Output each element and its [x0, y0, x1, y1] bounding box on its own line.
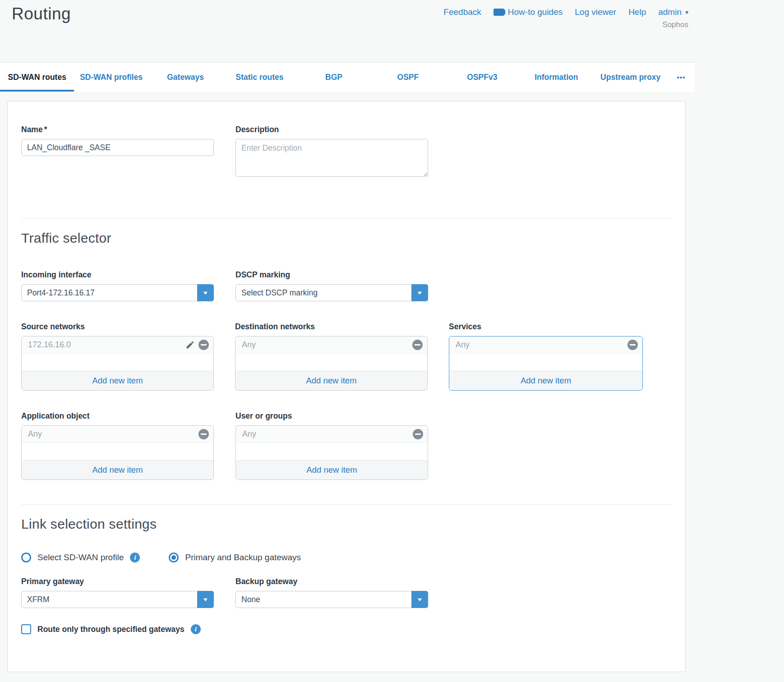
admin-menu[interactable]: admin ▾ — [658, 7, 688, 17]
incoming-interface-value: Port4-172.16.16.17 — [27, 288, 95, 298]
tab-ospfv3[interactable]: OSPFv3 — [445, 63, 519, 92]
admin-label: admin — [658, 7, 682, 17]
dropdown-button[interactable]: ▼ — [411, 284, 428, 301]
remove-item-icon[interactable] — [198, 340, 209, 350]
spacer — [0, 92, 695, 101]
tab-sdwan-profiles[interactable]: SD-WAN profiles — [74, 63, 148, 92]
spacer — [22, 354, 213, 371]
page-header: Routing Feedback How-to guides Log viewe… — [0, 0, 695, 62]
info-icon[interactable]: i — [191, 624, 201, 634]
gateways-row: Primary gateway XFRM ▼ Backup gateway No… — [21, 577, 672, 608]
dscp-marking-select[interactable]: Select DSCP marking ▼ — [235, 284, 428, 301]
primary-gateway-group: Primary gateway XFRM ▼ — [21, 577, 214, 608]
item-actions — [412, 340, 423, 350]
chevron-down-icon: ▼ — [416, 597, 423, 602]
video-camera-icon — [493, 9, 504, 16]
item-actions — [413, 429, 423, 439]
name-input[interactable] — [21, 139, 214, 156]
howto-guides-label: How-to guides — [508, 7, 563, 17]
backup-gateway-select[interactable]: None ▼ — [235, 591, 428, 608]
add-new-item-button[interactable]: Add new item — [236, 460, 428, 479]
radio-sdwan-profile-label: Select SD-WAN profile — [37, 553, 124, 562]
dscp-marking-value: Select DSCP marking — [241, 288, 318, 298]
tab-ospf[interactable]: OSPF — [371, 63, 445, 92]
spacer — [22, 443, 213, 460]
description-textarea[interactable] — [235, 139, 428, 177]
item-actions — [627, 340, 638, 350]
dropdown-button[interactable]: ▼ — [197, 284, 214, 301]
list-item: Any — [449, 336, 642, 354]
dscp-marking-label: DSCP marking — [235, 270, 428, 280]
add-new-item-button[interactable]: Add new item — [449, 371, 642, 390]
spacer — [449, 354, 642, 371]
service-value: Any — [456, 340, 470, 350]
user-or-groups-group: User or groups Any Add new item — [235, 411, 428, 480]
app-window: Routing Feedback How-to guides Log viewe… — [0, 0, 695, 672]
chevron-down-icon: ▼ — [202, 597, 209, 602]
tab-information[interactable]: Information — [519, 63, 593, 92]
services-group: Services Any Add new item — [449, 322, 643, 391]
brand-text: Sophos — [443, 20, 688, 29]
backup-gateway-label: Backup gateway — [235, 577, 428, 586]
edit-pencil-icon[interactable] — [185, 340, 195, 350]
list-item: 172.16.16.0 — [22, 336, 213, 354]
sdwan-route-form-card: Name* Description Traffic selector Incom… — [7, 101, 686, 672]
source-networks-box: 172.16.16.0 Add new item — [21, 336, 214, 391]
feedback-link[interactable]: Feedback — [443, 7, 481, 17]
remove-item-icon[interactable] — [198, 429, 209, 439]
tab-upstream-proxy[interactable]: Upstream proxy — [594, 63, 668, 92]
backup-gateway-group: Backup gateway None ▼ — [235, 577, 428, 608]
more-tabs-button[interactable]: ••• — [668, 63, 695, 92]
info-icon[interactable]: i — [130, 553, 140, 562]
header-right: Feedback How-to guides Log viewer Help a… — [443, 5, 688, 62]
help-link[interactable]: Help — [628, 7, 646, 17]
destination-networks-box: Any Add new item — [235, 336, 428, 391]
section-divider — [21, 504, 672, 505]
description-field-group: Description — [235, 125, 428, 179]
route-only-checkbox[interactable] — [21, 624, 31, 634]
remove-item-icon[interactable] — [627, 340, 638, 350]
add-new-item-button[interactable]: Add new item — [235, 371, 427, 390]
radio-primary-backup-gateways[interactable] — [169, 553, 179, 562]
tab-bgp[interactable]: BGP — [297, 63, 371, 92]
remove-item-icon[interactable] — [413, 429, 423, 439]
application-object-value: Any — [28, 429, 42, 439]
tab-static-routes[interactable]: Static routes — [222, 63, 296, 92]
log-viewer-link[interactable]: Log viewer — [575, 7, 616, 17]
destination-networks-label: Destination networks — [235, 322, 428, 332]
backup-gateway-value: None — [241, 595, 260, 604]
application-users-row: Application object Any Add new item User… — [21, 411, 672, 480]
route-only-checkbox-label: Route only through specified gateways — [37, 625, 184, 634]
services-box: Any Add new item — [449, 336, 643, 391]
tab-sdwan-routes[interactable]: SD-WAN routes — [0, 63, 74, 92]
item-actions — [185, 340, 209, 350]
name-label: Name* — [21, 125, 214, 134]
tab-bar: SD-WAN routes SD-WAN profiles Gateways S… — [0, 62, 695, 92]
source-networks-label: Source networks — [21, 322, 214, 332]
application-object-group: Application object Any Add new item — [21, 411, 214, 480]
description-label: Description — [235, 125, 428, 134]
user-or-groups-value: Any — [242, 429, 256, 439]
destination-networks-group: Destination networks Any Add new item — [235, 322, 428, 391]
services-label: Services — [449, 322, 643, 332]
tab-gateways[interactable]: Gateways — [148, 63, 222, 92]
dropdown-button[interactable]: ▼ — [411, 591, 428, 608]
howto-guides-link[interactable]: How-to guides — [493, 7, 563, 17]
name-field-group: Name* — [21, 125, 214, 156]
destination-network-value: Any — [242, 340, 256, 350]
primary-gateway-select[interactable]: XFRM ▼ — [21, 591, 214, 608]
dropdown-button[interactable]: ▼ — [197, 591, 214, 608]
primary-gateway-value: XFRM — [27, 595, 50, 604]
list-item: Any — [236, 426, 428, 443]
incoming-interface-select[interactable]: Port4-172.16.16.17 ▼ — [21, 284, 214, 301]
link-selection-radio-row: Select SD-WAN profile i Primary and Back… — [21, 553, 672, 562]
radio-primary-backup-gateways-label: Primary and Backup gateways — [185, 553, 301, 562]
add-new-item-button[interactable]: Add new item — [22, 460, 213, 479]
interface-dscp-row: Incoming interface Port4-172.16.16.17 ▼ … — [21, 270, 672, 301]
remove-item-icon[interactable] — [412, 340, 423, 350]
add-new-item-button[interactable]: Add new item — [22, 371, 213, 390]
route-only-checkbox-row: Route only through specified gateways i — [21, 624, 672, 634]
application-object-label: Application object — [21, 411, 214, 421]
incoming-interface-label: Incoming interface — [21, 270, 214, 280]
radio-sdwan-profile[interactable] — [21, 553, 31, 562]
